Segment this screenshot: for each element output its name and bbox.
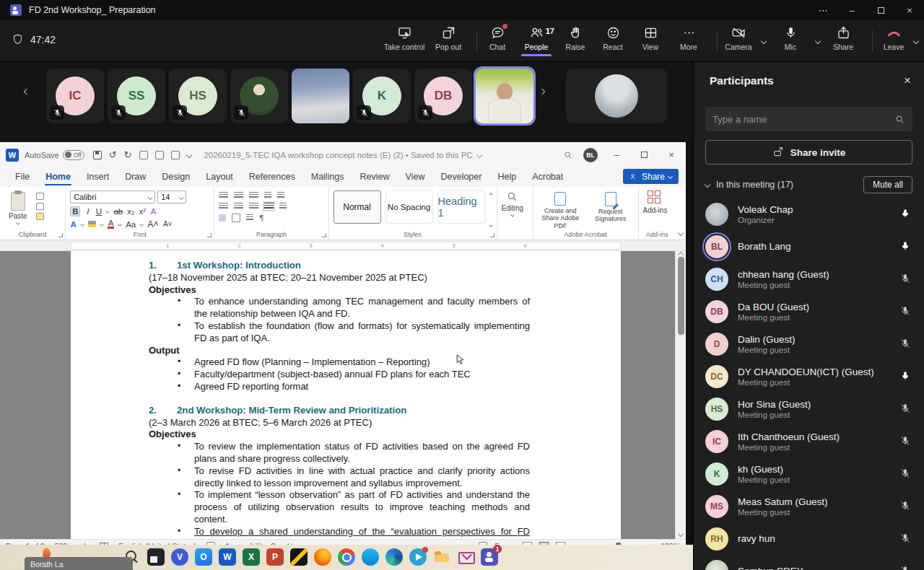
save-icon[interactable] <box>93 151 102 159</box>
participant-row[interactable]: DC DY CHANDOEUN(ICT) (Guest) Meeting gue… <box>694 360 924 393</box>
addins-button[interactable]: Add-ins <box>643 190 668 229</box>
ribbon-tab[interactable]: Help <box>489 168 524 187</box>
change-case-button[interactable]: Aa <box>126 220 136 229</box>
participant-mic-icon[interactable] <box>899 468 912 481</box>
participant-row[interactable]: BL Borath Lang <box>694 230 924 263</box>
ribbon-tab[interactable]: Draw <box>117 168 154 187</box>
ribbon-tab[interactable]: View <box>398 168 433 187</box>
taskbar-icon[interactable] <box>385 548 403 566</box>
ribbon-tab[interactable]: Design <box>154 168 198 187</box>
taskbar-icon[interactable] <box>362 548 379 566</box>
mic-button[interactable]: Mic <box>771 25 810 51</box>
participant-mic-icon[interactable] <box>899 273 912 286</box>
borders-icon[interactable] <box>232 214 240 222</box>
taskbar-icon[interactable] <box>314 548 331 566</box>
word-restore-icon[interactable] <box>635 149 653 160</box>
ribbon-tab[interactable]: Home <box>38 168 79 187</box>
export-icon[interactable] <box>171 151 180 159</box>
chat-button[interactable]: Chat <box>478 25 517 51</box>
more-button[interactable]: More <box>669 25 708 51</box>
video-tile[interactable] <box>476 69 533 123</box>
participant-mic-icon[interactable] <box>899 240 912 253</box>
request-signatures-button[interactable]: Request Signatures <box>588 190 634 229</box>
share-invite-button[interactable]: Share invite <box>705 140 912 165</box>
taskbar-icon[interactable] <box>338 548 355 566</box>
taskbar-icon[interactable]: V <box>171 548 188 566</box>
search-input[interactable] <box>712 114 894 125</box>
document-canvas[interactable]: 1.1st Workshop: Introduction (17–18 Nove… <box>0 251 686 539</box>
grow-font-button[interactable]: A˄ <box>147 219 159 229</box>
window-minimize-icon[interactable]: – <box>837 5 866 16</box>
underline-chevron[interactable] <box>106 209 110 214</box>
redo-icon[interactable]: ↻ <box>124 149 132 160</box>
section-collapse-chevron[interactable] <box>705 182 710 188</box>
share-button[interactable]: Share <box>824 25 863 51</box>
participant-mic-icon[interactable] <box>899 305 912 318</box>
participant-search[interactable] <box>705 107 912 131</box>
participant-row[interactable]: RH ravy hun <box>694 522 924 555</box>
participant-mic-icon[interactable] <box>899 435 912 448</box>
styles-scroll-down-icon[interactable] <box>489 223 493 227</box>
text-effects-button[interactable]: A <box>70 220 77 229</box>
participant-row[interactable]: IC Ith Chanthoeun (Guest) Meeting guest <box>694 425 924 457</box>
participant-row[interactable]: HS Hor Sina (Guest) Meeting guest <box>694 393 924 425</box>
bullet-list-icon[interactable] <box>219 192 228 199</box>
participant-row[interactable]: Sambun SREY <box>694 555 924 570</box>
participant-row[interactable]: Voleak Chap Organizer <box>694 198 924 230</box>
font-name-select[interactable]: Calibri <box>70 190 155 203</box>
show-paragraph-marks-icon[interactable]: ¶ <box>259 214 263 222</box>
participant-row[interactable]: K kh (Guest) Meeting guest <box>694 457 924 490</box>
panel-close-icon[interactable]: × <box>904 74 911 88</box>
taskbar-icon[interactable]: X <box>243 548 260 566</box>
camera-button[interactable]: Camera <box>719 25 758 51</box>
cut-icon[interactable] <box>36 193 44 200</box>
react-button[interactable]: React <box>593 25 632 51</box>
clipboard-dialog-launcher[interactable] <box>58 233 63 237</box>
video-tile[interactable]: HS <box>169 69 227 123</box>
stamp-icon[interactable] <box>155 151 164 159</box>
ribbon-tab[interactable]: Mailings <box>303 168 352 187</box>
mute-all-button[interactable]: Mute all <box>863 176 912 193</box>
view-button[interactable]: View <box>631 25 670 51</box>
collapse-ribbon-chevron[interactable] <box>678 230 684 236</box>
shading-icon[interactable] <box>219 214 226 222</box>
format-painter-icon[interactable] <box>36 213 44 220</box>
taskbar-icon[interactable] <box>457 548 474 566</box>
taskbar-icon[interactable] <box>409 548 427 566</box>
taskbar-icon[interactable]: W <box>219 548 236 566</box>
window-more-icon[interactable]: ⋯ <box>808 5 837 16</box>
taskbar-icon[interactable] <box>290 548 308 566</box>
mic-options-chevron[interactable] <box>815 38 821 44</box>
video-tile[interactable] <box>566 69 667 123</box>
scrollbar-thumb[interactable] <box>678 257 684 335</box>
participant-mic-icon[interactable] <box>899 532 912 545</box>
justify-icon[interactable] <box>264 203 274 210</box>
editing-button[interactable]: Editing <box>502 190 524 229</box>
camera-options-chevron[interactable] <box>761 38 767 44</box>
participant-row[interactable]: DB Da BOU (Guest) Meeting guest <box>694 295 924 328</box>
style-normal[interactable]: Normal <box>334 190 381 224</box>
taskbar-icon[interactable] <box>433 548 450 566</box>
participant-mic-icon[interactable] <box>899 500 912 513</box>
numbered-list-icon[interactable] <box>234 192 243 199</box>
word-share-button[interactable]: Share <box>623 169 679 184</box>
line-spacing-icon[interactable] <box>279 203 287 210</box>
strip-scroll-left-icon[interactable] <box>24 89 30 95</box>
undo-icon[interactable]: ↺ <box>109 149 117 160</box>
quick-access-chevron[interactable] <box>186 152 191 157</box>
window-close-icon[interactable]: × <box>895 5 924 16</box>
touch-mode-icon[interactable] <box>139 151 148 159</box>
decrease-indent-icon[interactable] <box>264 192 271 199</box>
document-page[interactable]: 1.1st Workshop: Introduction (17–18 Nove… <box>71 251 621 539</box>
video-tile[interactable]: SS <box>108 69 165 123</box>
participant-mic-icon[interactable] <box>899 338 912 351</box>
bold-button[interactable]: B <box>70 206 80 216</box>
taskbar-icon[interactable] <box>147 548 165 566</box>
autosave-toggle[interactable]: AutoSave Off <box>25 150 84 160</box>
style-heading1[interactable]: Heading 1 <box>437 190 485 224</box>
create-share-pdf-button[interactable]: Create and Share Adobe PDF <box>538 190 584 229</box>
underline-button[interactable]: U <box>95 207 102 216</box>
styles-scroll-up-icon[interactable] <box>489 193 493 197</box>
participant-row[interactable]: CH chhean hang (Guest) Meeting guest <box>694 263 924 295</box>
participant-mic-icon[interactable] <box>899 565 912 570</box>
